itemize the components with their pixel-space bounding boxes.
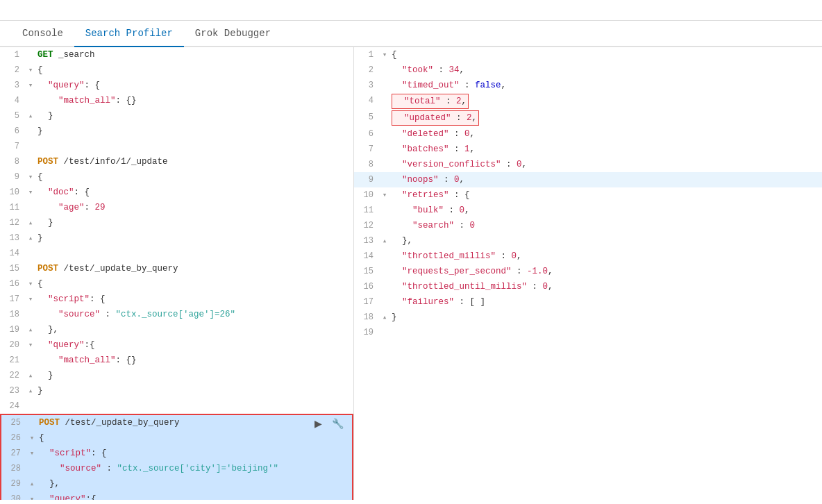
left-panel: 1 GET _search 2 ▾ { 3 ▾ "query": { 4 "ma…: [0, 47, 354, 500]
tab-console[interactable]: Console: [11, 21, 74, 47]
tab-grok-debugger[interactable]: Grok Debugger: [184, 21, 282, 47]
line-number: 21: [0, 353, 25, 367]
line-gutter: ▴: [25, 384, 36, 398]
left-code-line: 15 POST /test/_update_by_query: [0, 261, 353, 276]
line-content: "search" : 0: [390, 219, 822, 233]
line-number: 9: [0, 170, 25, 184]
left-code-line-selected: 26 ▾ {: [1, 430, 352, 446]
line-content: "took" : 34,: [390, 63, 822, 77]
left-code-line: 9 ▾ {: [0, 169, 353, 185]
left-code-line: 18 "source" : "ctx._source['age']=26": [0, 307, 353, 322]
run-button[interactable]: ▶: [312, 417, 325, 430]
line-content: "requests_per_second" : -1.0,: [390, 264, 822, 278]
line-gutter: ▾: [26, 446, 37, 460]
line-content: "failures" : [ ]: [390, 295, 822, 309]
line-content: "script": {: [37, 446, 352, 460]
line-number: 17: [0, 292, 25, 306]
line-content: "match_all": {}: [36, 94, 353, 108]
right-code-line: 18 ▴ }: [354, 310, 822, 325]
line-number: 25: [1, 416, 26, 430]
line-content: }: [36, 369, 353, 383]
line-number: 12: [0, 216, 25, 230]
right-code-line: 9 "noops" : 0,: [354, 172, 822, 187]
selected-block: 25 POST /test/_update_by_query ▶ 🔧 26 ▾ …: [0, 414, 353, 500]
line-number: 5: [0, 109, 25, 123]
line-gutter: ▴: [25, 231, 36, 245]
line-number: 6: [354, 127, 379, 141]
wrench-button[interactable]: 🔧: [329, 417, 346, 430]
line-gutter: ▴: [379, 234, 390, 248]
line-number: 8: [354, 158, 379, 171]
line-content: "throttled_millis" : 0,: [390, 249, 822, 263]
line-number: 5: [354, 110, 379, 124]
line-number: 10: [354, 188, 379, 202]
right-panel: 1 ▾ { 2 "took" : 34, 3 "timed_out" : fal…: [354, 47, 822, 500]
right-code-line: 15 "requests_per_second" : -1.0,: [354, 264, 822, 279]
line-content: "timed_out" : false,: [390, 78, 822, 92]
line-number: 19: [354, 326, 379, 339]
line-content: }: [36, 231, 353, 245]
right-code-line: 11 "bulk" : 0,: [354, 203, 822, 218]
line-content: "query":{: [37, 492, 352, 500]
right-code-line: 12 "search" : 0: [354, 218, 822, 233]
line-number: 6: [0, 124, 25, 138]
right-code-line: 5 "updated" : 2,: [354, 110, 822, 126]
line-number: 16: [0, 277, 25, 291]
line-number: 16: [354, 280, 379, 294]
right-code-line: 14 "throttled_millis" : 0,: [354, 249, 822, 264]
line-number: 18: [354, 310, 379, 324]
left-code-line-selected: 25 POST /test/_update_by_query ▶ 🔧: [1, 415, 352, 430]
right-code-line: 1 ▾ {: [354, 47, 822, 62]
line-content: },: [36, 323, 353, 337]
line-content: },: [390, 234, 822, 248]
line-content: "total" : 2,: [390, 94, 822, 109]
tab-search-profiler[interactable]: Search Profiler: [74, 21, 184, 47]
left-code-line: 4 "match_all": {}: [0, 93, 353, 108]
left-code-line: 23 ▴ }: [0, 383, 353, 398]
line-number: 20: [0, 338, 25, 352]
right-code-line: 2 "took" : 34,: [354, 62, 822, 78]
left-code-line: 2 ▾ {: [0, 62, 353, 78]
line-number: 26: [1, 431, 26, 445]
line-number: 13: [354, 234, 379, 248]
line-gutter: ▾: [25, 338, 36, 352]
line-gutter: ▾: [25, 277, 36, 291]
line-number: 17: [354, 295, 379, 309]
line-number: 15: [354, 264, 379, 278]
code-area-left: 1 GET _search 2 ▾ { 3 ▾ "query": { 4 "ma…: [0, 47, 353, 500]
line-number: 29: [1, 477, 26, 491]
left-code-line: 1 GET _search: [0, 47, 353, 62]
line-gutter: ▴: [379, 310, 390, 324]
line-content: "updated" : 2,: [390, 110, 822, 126]
line-content: "age": 29: [36, 201, 353, 215]
right-code-line: 3 "timed_out" : false,: [354, 78, 822, 93]
line-content: "match_all": {}: [36, 353, 353, 367]
left-code-line: 13 ▴ }: [0, 230, 353, 246]
line-gutter: ▾: [26, 431, 37, 445]
line-gutter: ▾: [379, 48, 390, 62]
left-code-line: 6 }: [0, 124, 353, 139]
line-number: 8: [0, 155, 25, 169]
line-number: 2: [0, 63, 25, 77]
line-gutter: ▴: [25, 323, 36, 337]
line-content: "source" : "ctx._source['age']=26": [36, 308, 353, 321]
left-code-line: 12 ▴ }: [0, 215, 353, 230]
line-number: 7: [0, 140, 25, 153]
line-content: },: [37, 477, 352, 491]
line-number: 27: [1, 446, 26, 460]
left-code-line-selected: 30 ▾ "query":{: [1, 492, 352, 500]
right-code-line: 16 "throttled_until_millis" : 0,: [354, 279, 822, 294]
left-code-line: 11 "age": 29: [0, 200, 353, 215]
line-gutter: ▴: [25, 216, 36, 230]
line-content: "query": {: [36, 78, 353, 92]
line-gutter: ▾: [26, 492, 37, 500]
line-gutter: ▾: [25, 78, 36, 92]
left-code-line: 22 ▴ }: [0, 368, 353, 383]
left-code-line-selected: 28 "source" : "ctx._source['city']='beij…: [1, 461, 352, 476]
line-content: "retries" : {: [390, 188, 822, 202]
line-content: POST /test/info/1/_update: [36, 155, 353, 169]
line-content: "source" : "ctx._source['city']='beijing…: [37, 462, 352, 476]
left-code-line: 7: [0, 139, 353, 154]
line-content: }: [36, 384, 353, 398]
line-number: 3: [354, 78, 379, 92]
